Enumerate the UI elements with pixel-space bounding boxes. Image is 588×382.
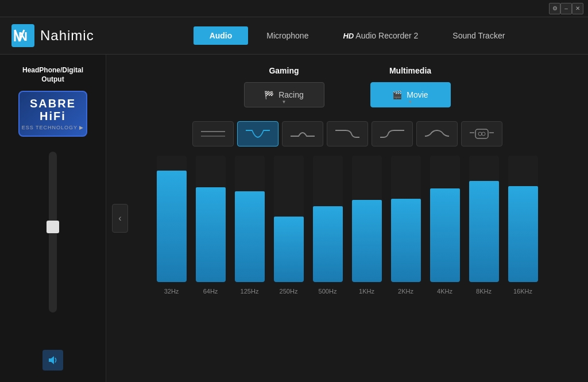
- tab-sound-tracker[interactable]: Sound Tracker: [436, 26, 521, 45]
- header: N Nahimic Audio Microphone HD Audio Reco…: [0, 17, 588, 55]
- eq-bar-wrapper-250Hz[interactable]: [274, 156, 304, 282]
- logo-area: N Nahimic: [0, 24, 126, 47]
- eq-bar-wrapper-16KHz[interactable]: [508, 156, 538, 282]
- eq-bar-label-32Hz: 32Hz: [164, 288, 179, 295]
- device-brand: SABREHiFi: [30, 97, 76, 122]
- device-logo: SABREHiFi ESS TECHNOLOGY ▶: [18, 91, 87, 137]
- gaming-preset-button[interactable]: 🏁 Racing ▼: [244, 82, 324, 107]
- gaming-label: Gaming: [269, 66, 299, 75]
- nav-arrow-left[interactable]: ‹: [112, 204, 128, 233]
- eq-filter-notch[interactable]: [237, 121, 278, 146]
- svg-point-13: [478, 132, 482, 136]
- eq-bar-fill-8KHz: [469, 181, 499, 282]
- eq-bar-col-500Hz: 500Hz: [313, 156, 343, 295]
- multimedia-preset-value: Movie: [407, 90, 428, 99]
- eq-bar-fill-32Hz: [157, 171, 187, 282]
- bandpass-filter-icon: [423, 126, 451, 142]
- eq-filter-lowpass[interactable]: [327, 121, 368, 146]
- eq-bar-wrapper-8KHz[interactable]: [469, 156, 499, 282]
- eq-filter-vocal[interactable]: [461, 121, 502, 146]
- eq-bar-wrapper-2KHz[interactable]: [391, 156, 421, 282]
- hd-recorder-label: Audio Recorder 2: [355, 31, 418, 40]
- eq-bar-label-1KHz: 1KHz: [359, 288, 374, 295]
- gaming-preset-value: Racing: [278, 90, 304, 99]
- eq-bar-col-16KHz: 16KHz: [508, 156, 538, 295]
- eq-bar-col-8KHz: 8KHz: [469, 156, 499, 295]
- multimedia-label: Multimedia: [389, 66, 431, 75]
- eq-bar-col-4KHz: 4KHz: [430, 156, 460, 295]
- eq-bar-fill-4KHz: [430, 188, 460, 282]
- lowpass-filter-icon: [333, 126, 362, 142]
- eq-filter-peak[interactable]: [282, 121, 323, 146]
- hd-badge: HD: [343, 32, 354, 40]
- multimedia-preset-button[interactable]: 🎬 Movie ▼: [370, 82, 451, 107]
- eq-bar-col-32Hz: 32Hz: [157, 156, 187, 295]
- flat-filter-icon: [199, 126, 227, 142]
- racing-flag-icon: 🏁: [264, 90, 274, 99]
- movie-icon: 🎬: [392, 90, 402, 99]
- device-tech: ESS TECHNOLOGY ▶: [22, 125, 84, 130]
- speaker-button[interactable]: [42, 350, 63, 371]
- eq-bar-fill-1KHz: [352, 200, 382, 282]
- eq-bar-wrapper-64Hz[interactable]: [196, 156, 226, 282]
- gaming-profile-group: Gaming 🏁 Racing ▼: [244, 66, 324, 107]
- minimize-button[interactable]: –: [560, 3, 572, 14]
- eq-bar-wrapper-500Hz[interactable]: [313, 156, 343, 282]
- device-label: HeadPhone/DigitalOutput: [22, 66, 83, 84]
- volume-thumb[interactable]: [47, 221, 59, 233]
- app-name: Nahimic: [40, 28, 94, 44]
- close-button[interactable]: ✕: [572, 3, 583, 14]
- main-area: HeadPhone/DigitalOutput SABREHiFi ESS TE…: [0, 55, 588, 382]
- eq-bar-col-2KHz: 2KHz: [391, 156, 421, 295]
- nahimic-logo-icon: N: [11, 24, 34, 47]
- eq-bar-fill-16KHz: [508, 186, 538, 282]
- eq-bar-fill-64Hz: [196, 187, 226, 282]
- eq-bar-label-16KHz: 16KHz: [513, 288, 532, 295]
- eq-bar-fill-500Hz: [313, 206, 343, 282]
- eq-bar-col-1KHz: 1KHz: [352, 156, 382, 295]
- eq-bars-area: 32Hz64Hz125Hz250Hz500Hz1KHz2KHz4KHz8KHz1…: [118, 156, 577, 295]
- eq-bar-fill-2KHz: [391, 199, 421, 282]
- vocal-filter-icon: [467, 126, 496, 142]
- eq-bar-wrapper-32Hz[interactable]: [157, 156, 187, 282]
- eq-filter-bandpass[interactable]: [416, 121, 458, 146]
- volume-track[interactable]: [49, 152, 57, 312]
- gaming-chevron-icon: ▼: [282, 99, 287, 105]
- eq-bar-label-4KHz: 4KHz: [437, 288, 452, 295]
- eq-filter-flat[interactable]: [192, 121, 234, 146]
- volume-slider-area: [49, 146, 57, 344]
- tab-audio[interactable]: Audio: [194, 26, 249, 45]
- nav-tabs: Audio Microphone HD Audio Recorder 2 Sou…: [126, 26, 588, 45]
- eq-bar-label-500Hz: 500Hz: [319, 288, 337, 295]
- peak-filter-icon: [288, 126, 317, 142]
- eq-bar-col-250Hz: 250Hz: [274, 156, 304, 295]
- settings-button[interactable]: ⚙: [549, 3, 560, 14]
- eq-filters-row: [118, 121, 577, 146]
- title-bar: ⚙ – ✕: [0, 0, 588, 17]
- svg-marker-5: [49, 356, 54, 364]
- eq-bar-wrapper-4KHz[interactable]: [430, 156, 460, 282]
- eq-bar-fill-250Hz: [274, 217, 304, 282]
- eq-bar-wrapper-125Hz[interactable]: [235, 156, 265, 282]
- eq-bar-col-64Hz: 64Hz: [196, 156, 226, 295]
- notch-filter-icon: [243, 126, 272, 142]
- speaker-icon: [47, 354, 59, 366]
- content-area: Gaming 🏁 Racing ▼ Multimedia 🎬 Movie ▼: [106, 55, 588, 382]
- highpass-filter-icon: [378, 126, 407, 142]
- multimedia-chevron-icon: ▼: [408, 99, 413, 105]
- eq-bar-label-64Hz: 64Hz: [203, 288, 218, 295]
- svg-point-14: [482, 132, 485, 136]
- eq-bar-label-2KHz: 2KHz: [398, 288, 413, 295]
- eq-bar-fill-125Hz: [235, 191, 265, 282]
- eq-bar-col-125Hz: 125Hz: [235, 156, 265, 295]
- eq-bar-label-250Hz: 250Hz: [280, 288, 298, 295]
- sidebar: HeadPhone/DigitalOutput SABREHiFi ESS TE…: [0, 55, 106, 382]
- eq-bar-wrapper-1KHz[interactable]: [352, 156, 382, 282]
- multimedia-profile-group: Multimedia 🎬 Movie ▼: [370, 66, 451, 107]
- tab-microphone[interactable]: Microphone: [250, 26, 324, 45]
- eq-filter-highpass[interactable]: [372, 121, 413, 146]
- eq-bar-label-125Hz: 125Hz: [241, 288, 259, 295]
- profile-area: Gaming 🏁 Racing ▼ Multimedia 🎬 Movie ▼: [118, 66, 577, 107]
- eq-bar-label-8KHz: 8KHz: [476, 288, 492, 295]
- tab-hd-recorder[interactable]: HD Audio Recorder 2: [327, 26, 434, 45]
